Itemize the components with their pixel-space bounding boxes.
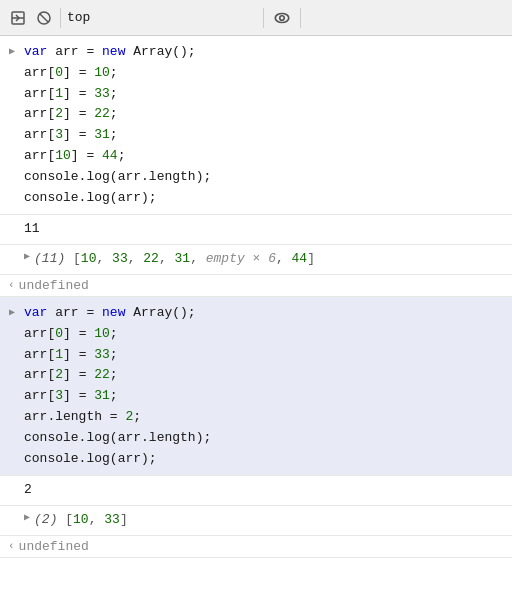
code-line-1-7: console.log(arr.length); (24, 167, 504, 188)
code-line-1-8: console.log(arr); (24, 188, 504, 209)
array-item-2-1: 33 (104, 512, 120, 527)
separator-3 (300, 8, 301, 28)
array-item-1-4: empty × 6 (206, 251, 276, 266)
code-line-2-4: arr[2] = 22; (24, 365, 504, 386)
code-line-2-8: console.log(arr); (24, 449, 504, 470)
array-expand-icon-1[interactable]: ▶ (24, 249, 30, 265)
clear-icon[interactable] (34, 8, 54, 28)
code-line-2-6: arr.length = 2; (24, 407, 504, 428)
separator-2 (263, 8, 264, 28)
gutter-1: ▶ (0, 42, 24, 59)
array-item-1-5: 44 (292, 251, 308, 266)
array-expand-icon-2[interactable]: ▶ (24, 510, 30, 526)
svg-point-4 (275, 13, 289, 22)
code-line-2-5: arr[3] = 31; (24, 386, 504, 407)
code-line-1-5: arr[3] = 31; (24, 125, 504, 146)
code-line-2-1: var arr = new Array(); (24, 303, 504, 324)
code-line-1-6: arr[10] = 44; (24, 146, 504, 167)
code-line-1-1: var arr = new Array(); (24, 42, 504, 63)
undefined-text-2: undefined (19, 539, 89, 554)
array-item-1-3: 31 (175, 251, 191, 266)
svg-line-3 (40, 14, 48, 22)
undefined-text-1: undefined (19, 278, 89, 293)
undefined-line-2: ‹undefined (0, 536, 512, 558)
array-item-1-2: 22 (143, 251, 159, 266)
context-select-input[interactable]: top (67, 10, 257, 25)
toolbar: top (0, 0, 512, 36)
code-line-2-2: arr[0] = 10; (24, 324, 504, 345)
svg-point-5 (279, 15, 284, 20)
less-than-icon-1: ‹ (8, 279, 15, 291)
array-item-1-0: 10 (81, 251, 97, 266)
code-line-1-4: arr[2] = 22; (24, 104, 504, 125)
code-content-2: var arr = new Array();arr[0] = 10;arr[1]… (24, 303, 512, 469)
expand-icon[interactable] (8, 8, 28, 28)
code-content-1: var arr = new Array();arr[0] = 10;arr[1]… (24, 42, 512, 208)
eye-icon[interactable] (270, 6, 294, 30)
run-arrow-2[interactable]: ▶ (4, 304, 20, 320)
output-array-1: ▶(11) [10, 33, 22, 31, empty × 6, 44] (0, 245, 512, 275)
code-line-2-7: console.log(arr.length); (24, 428, 504, 449)
array-content-1: (11) [10, 33, 22, 31, empty × 6, 44] (34, 249, 315, 270)
code-line-1-2: arr[0] = 10; (24, 63, 504, 84)
code-block-2: ▶var arr = new Array();arr[0] = 10;arr[1… (0, 297, 512, 476)
run-arrow-1[interactable]: ▶ (4, 43, 20, 59)
code-line-1-3: arr[1] = 33; (24, 84, 504, 105)
array-content-2: (2) [10, 33] (34, 510, 128, 531)
code-block-1: ▶var arr = new Array();arr[0] = 10;arr[1… (0, 36, 512, 215)
gutter-2: ▶ (0, 303, 24, 320)
output-array-2: ▶(2) [10, 33] (0, 506, 512, 536)
less-than-icon-2: ‹ (8, 540, 15, 552)
array-item-2-0: 10 (73, 512, 89, 527)
array-item-1-1: 33 (112, 251, 128, 266)
context-selector[interactable]: top (67, 10, 257, 25)
output-number-1: 11 (0, 215, 512, 245)
code-line-2-3: arr[1] = 33; (24, 345, 504, 366)
output-number-2: 2 (0, 476, 512, 506)
filter-input[interactable] (307, 8, 505, 27)
separator-1 (60, 8, 61, 28)
console-body: ▶var arr = new Array();arr[0] = 10;arr[1… (0, 36, 512, 604)
undefined-line-1: ‹undefined (0, 275, 512, 297)
